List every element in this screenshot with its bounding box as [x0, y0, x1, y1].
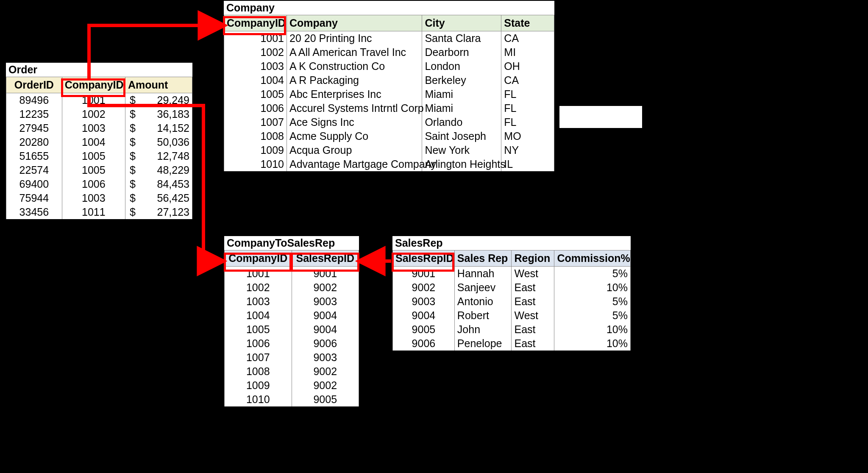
- table-row: 759441003$56,425: [6, 191, 192, 205]
- table-row: 9005JohnEast10%: [393, 323, 631, 337]
- table-row: 1002A All American Travel IncDearbornMI: [224, 45, 554, 59]
- company-to-salesrep-table-container: CompanyToSalesRep CompanyID SalesRepID 1…: [224, 236, 360, 407]
- table-row: 279451003$14,152: [6, 121, 192, 135]
- table-row: 1006Accurel Systems Intrntl CorpMiamiFL: [224, 101, 554, 115]
- table-row: 10029002: [225, 281, 359, 295]
- table-row: 1005Abc Enterprises IncMiamiFL: [224, 87, 554, 101]
- order-h2: Amount: [125, 77, 192, 93]
- company-table-container: Company CompanyID Company City State 100…: [224, 1, 555, 172]
- table-row: 9003AntonioEast5%: [393, 295, 631, 309]
- order-h0: OrderID: [6, 77, 62, 93]
- table-row: 10109005: [225, 392, 359, 406]
- order-h1: CompanyID: [62, 77, 125, 93]
- salesrep-title: SalesRep: [392, 236, 631, 250]
- table-row: 1010Advantage Martgage CompanyArlington …: [224, 157, 554, 171]
- table-row: 100120 20 Printing IncSanta ClaraCA: [224, 31, 554, 46]
- order-title: Order: [6, 63, 192, 77]
- order-table: OrderID CompanyID Amount 894961001$29,24…: [6, 77, 192, 219]
- table-row: 10099002: [225, 378, 359, 392]
- table-row: 516551005$12,748: [6, 149, 192, 163]
- table-row: 9004RobertWest5%: [393, 309, 631, 323]
- table-row: 694001006$84,453: [6, 177, 192, 191]
- table-row: 1008Acme Supply CoSaint JosephMO: [224, 129, 554, 143]
- table-row: 10039003: [225, 295, 359, 309]
- table-row: 225741005$48,229: [6, 163, 192, 177]
- table-row: 9006PenelopeEast10%: [393, 337, 631, 351]
- table-row: 10089002: [225, 364, 359, 378]
- salesrep-table: SalesRepID Sales Rep Region Commission% …: [392, 250, 631, 351]
- table-row: 10019001: [225, 267, 359, 281]
- table-row: 10059004: [225, 323, 359, 337]
- table-row: 9001HannahWest5%: [393, 267, 631, 281]
- order-table-container: Order OrderID CompanyID Amount 894961001…: [6, 63, 193, 220]
- table-row: 10079003: [225, 351, 359, 364]
- table-row: 9002SanjeevEast10%: [393, 281, 631, 295]
- salesrep-h0: SalesRepID: [393, 250, 455, 267]
- table-row: 202801004$50,036: [6, 135, 192, 149]
- table-row: 1004A R PackagingBerkeleyCA: [224, 73, 554, 87]
- table-row: 1007Ace Signs IncOrlandoFL: [224, 115, 554, 129]
- c2sr-h1: SalesRepID: [292, 250, 359, 267]
- table-row: 334561011$27,123: [6, 205, 192, 219]
- salesrep-h1: Sales Rep: [454, 250, 512, 267]
- table-row: 1009Acqua GroupNew YorkNY: [224, 143, 554, 157]
- company-h0: CompanyID: [224, 15, 287, 31]
- company-h1: Company: [287, 15, 422, 31]
- table-row: 10069006: [225, 337, 359, 351]
- company-to-salesrep-table: CompanyID SalesRepID 1001900110029002100…: [224, 250, 359, 406]
- c2sr-h0: CompanyID: [225, 250, 292, 267]
- table-row: 10049004: [225, 309, 359, 323]
- salesrep-table-container: SalesRep SalesRepID Sales Rep Region Com…: [392, 236, 632, 351]
- white-block: [559, 106, 642, 128]
- company-h3: State: [501, 15, 554, 31]
- table-row: 894961001$29,249: [6, 93, 192, 108]
- company-table: CompanyID Company City State 100120 20 P…: [224, 15, 554, 171]
- table-row: 1003A K Construction CoLondonOH: [224, 59, 554, 73]
- salesrep-h3: Commission%: [554, 250, 631, 267]
- salesrep-h2: Region: [512, 250, 554, 267]
- table-row: 122351002$36,183: [6, 107, 192, 121]
- company-title: Company: [224, 1, 554, 15]
- company-h2: City: [422, 15, 501, 31]
- c2sr-title: CompanyToSalesRep: [224, 236, 359, 250]
